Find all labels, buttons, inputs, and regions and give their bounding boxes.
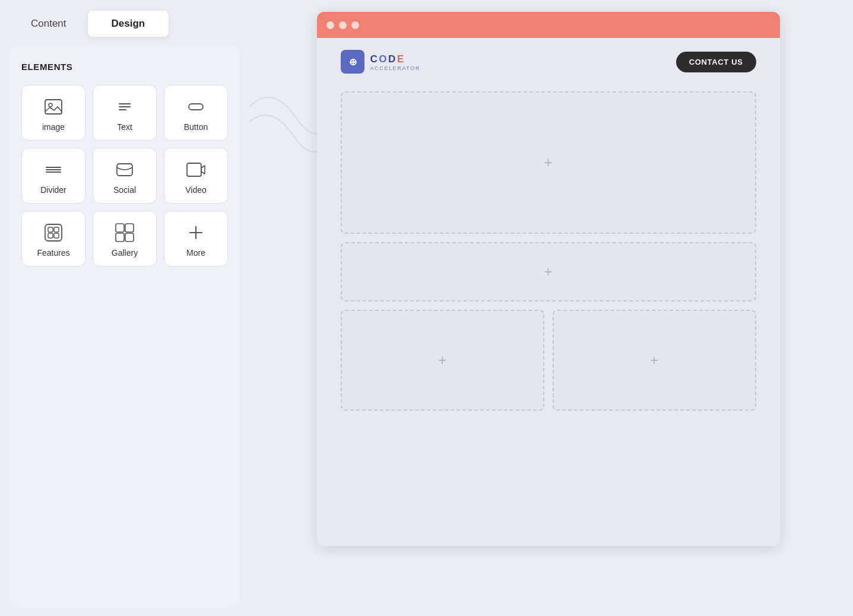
text-icon [114,96,135,118]
tab-bar: Content Design [0,0,249,37]
element-card-gallery[interactable]: Gallery [93,211,157,266]
browser-dot-3 [351,21,359,29]
svg-rect-15 [54,233,59,238]
panel-body: ELEMENTS image [9,45,240,608]
features-icon [43,222,64,243]
svg-rect-16 [116,224,124,232]
video-icon [185,159,207,180]
svg-rect-10 [187,163,201,176]
svg-rect-13 [54,227,59,232]
tab-design[interactable]: Design [88,11,169,37]
element-card-image[interactable]: image [21,85,85,141]
svg-text:⊕: ⊕ [348,57,356,67]
element-card-features[interactable]: Features [21,211,85,266]
button-label: Button [184,122,208,132]
content-block-1[interactable]: + [341,91,756,234]
element-card-more[interactable]: More [164,211,228,266]
logo-sub: ACCELERATOR [370,65,421,71]
video-label: Video [185,185,207,195]
gallery-label: Gallery [112,248,138,258]
svg-rect-14 [48,233,53,238]
add-icon-1: + [544,155,552,170]
add-icon-3: + [438,353,446,367]
logo-text: CODE ACCELERATOR [370,53,421,71]
element-card-social[interactable]: Social [93,148,157,204]
gallery-icon [114,222,135,243]
add-icon-2: + [544,265,552,279]
element-card-divider[interactable]: Divider [21,148,85,204]
logo-icon: ⊕ [341,50,364,74]
text-label: Text [117,122,132,132]
element-card-text[interactable]: Text [93,85,157,141]
more-icon [185,222,207,243]
contact-us-button[interactable]: CONTACT US [676,52,756,72]
browser-dot-1 [326,21,334,29]
right-area: ⊕ CODE ACCELERATOR CONTACT US + [249,0,853,616]
svg-rect-5 [189,104,203,110]
browser-titlebar [317,12,780,38]
element-card-button[interactable]: Button [164,85,228,141]
svg-rect-17 [125,224,134,232]
social-label: Social [113,185,136,195]
more-label: More [186,248,205,258]
add-icon-4: + [650,353,658,367]
browser-content: ⊕ CODE ACCELERATOR CONTACT US + [317,38,780,546]
svg-rect-12 [48,227,53,232]
bottom-blocks: + + [341,310,756,411]
button-icon [185,96,207,118]
content-block-3[interactable]: + [341,310,544,411]
image-icon [43,96,64,118]
svg-rect-0 [45,100,62,114]
browser-dot-2 [339,21,347,29]
left-panel: Content Design ELEMENTS image [0,0,249,616]
divider-icon [43,159,64,180]
divider-label: Divider [40,185,66,195]
browser-mockup: ⊕ CODE ACCELERATOR CONTACT US + [317,12,780,546]
site-nav: ⊕ CODE ACCELERATOR CONTACT US [317,38,780,85]
element-card-video[interactable]: Video [164,148,228,204]
content-block-4[interactable]: + [553,310,756,411]
content-block-2[interactable]: + [341,242,756,301]
site-blocks: + + + + [317,85,780,546]
svg-point-1 [49,103,52,107]
features-label: Features [37,248,69,258]
image-label: image [42,122,65,132]
site-logo: ⊕ CODE ACCELERATOR [341,50,421,74]
elements-title: ELEMENTS [21,62,228,72]
svg-rect-19 [125,233,134,242]
svg-rect-11 [45,224,62,241]
social-icon [114,159,135,180]
tab-content[interactable]: Content [14,11,83,37]
svg-rect-18 [116,233,124,242]
logo-main: CODE [370,53,421,65]
elements-grid: image Text [21,85,228,266]
